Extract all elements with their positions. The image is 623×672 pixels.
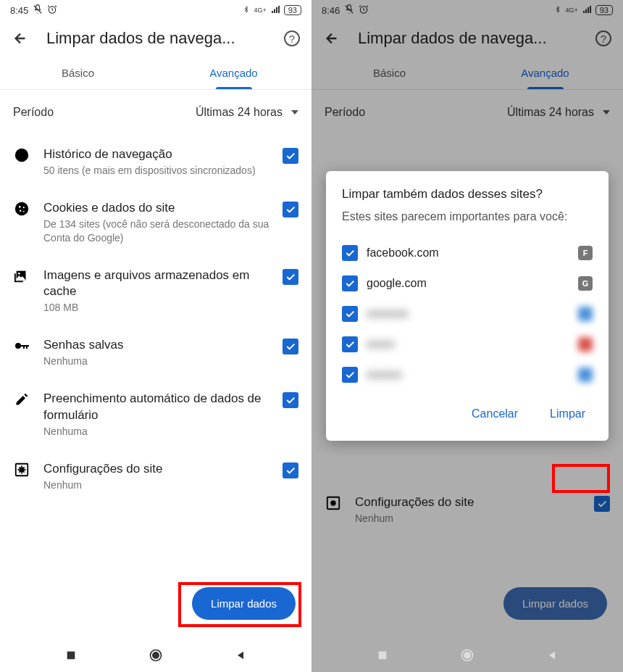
site-row[interactable]: ■■■■■ [342, 360, 593, 390]
bell-off-icon [33, 4, 43, 17]
site-row[interactable]: ■■■■■■ [342, 299, 593, 329]
item-title: Cookies e dados do site [43, 200, 269, 216]
checkbox[interactable] [283, 269, 298, 285]
item-sub: 50 itens (e mais em dispositivos sincron… [43, 164, 269, 177]
signal-icon [270, 5, 280, 16]
item-site-settings[interactable]: Configurações do site Nenhum [0, 449, 312, 503]
svg-rect-16 [379, 652, 387, 660]
nav-back[interactable] [233, 648, 248, 663]
site-name-redacted: ■■■■ [367, 338, 569, 351]
edit-icon [13, 391, 30, 408]
nav-recent[interactable] [375, 648, 390, 663]
cancel-button[interactable]: Cancelar [464, 403, 525, 425]
svg-point-5 [23, 211, 25, 212]
site-name: google.com [367, 277, 569, 290]
tab-advanced[interactable]: Avançado [156, 57, 312, 89]
confirm-button[interactable]: Limpar [543, 403, 593, 425]
right-screen: 8:46 4G+ 93 Limpar dados de navega... ? … [312, 0, 623, 672]
site-name-redacted: ■■■■■■ [367, 307, 569, 320]
period-dropdown[interactable]: Últimas 24 horas [196, 106, 298, 119]
item-title: Histórico de navegação [43, 146, 269, 162]
history-icon [13, 146, 30, 164]
status-bar: 8:45 4G+ 93 [0, 0, 312, 20]
back-button[interactable] [12, 30, 29, 47]
nav-home[interactable] [460, 648, 474, 663]
svg-point-18 [464, 652, 470, 658]
alarm-icon [47, 4, 57, 17]
bluetooth-icon [243, 4, 250, 17]
svg-point-2 [19, 206, 21, 208]
svg-rect-10 [67, 652, 75, 660]
item-sub: De 134 sites (você não será desconectado… [43, 217, 269, 244]
nav-bar [312, 639, 623, 672]
item-sub: Nenhuma [43, 354, 269, 368]
site-row[interactable]: facebook.com F [342, 238, 593, 268]
dialog-actions: Cancelar Limpar [342, 403, 593, 425]
checkbox[interactable] [342, 275, 358, 291]
tabs: Básico Avançado [0, 57, 312, 90]
period-label: Período [13, 106, 54, 119]
item-sub: Nenhum [43, 478, 269, 491]
key-icon [13, 337, 30, 354]
tab-basic[interactable]: Básico [0, 57, 156, 89]
nav-bar [0, 639, 312, 672]
checkbox[interactable] [283, 392, 298, 408]
confirm-dialog: Limpar também dados desses sites? Estes … [326, 171, 609, 441]
item-title: Senhas salvas [43, 337, 269, 353]
svg-point-1 [15, 202, 28, 215]
battery-icon: 93 [284, 5, 301, 15]
checkbox[interactable] [283, 462, 298, 478]
app-header: Limpar dados de navega... ? [0, 20, 312, 57]
item-history[interactable]: Histórico de navegação 50 itens (e mais … [0, 135, 312, 188]
left-screen: 8:45 4G+ 93 Limpar dados de navega... ? … [0, 0, 312, 672]
favicon [578, 337, 593, 352]
clear-data-button[interactable]: Limpar dados [192, 587, 296, 620]
svg-point-7 [15, 343, 21, 349]
item-sub: 108 MB [43, 301, 269, 314]
period-row: Período Últimas 24 horas [0, 90, 312, 135]
checkbox[interactable] [342, 367, 358, 383]
checkbox[interactable] [342, 245, 358, 261]
checkbox[interactable] [283, 202, 298, 217]
item-passwords[interactable]: Senhas salvas Nenhuma [0, 325, 312, 379]
cookie-icon [13, 200, 30, 217]
help-button[interactable]: ? [284, 30, 300, 46]
site-name-redacted: ■■■■■ [367, 368, 569, 381]
checkbox[interactable] [283, 339, 298, 354]
favicon: F [578, 246, 593, 260]
favicon [578, 368, 593, 382]
svg-point-4 [20, 210, 21, 212]
signal-text: 4G+ [254, 7, 266, 14]
item-sub: Nenhuma [43, 425, 269, 438]
item-autofill[interactable]: Preenchimento automático de dados de for… [0, 379, 312, 449]
status-time: 8:45 [10, 5, 28, 16]
site-row[interactable]: ■■■■ [342, 329, 593, 360]
item-cache[interactable]: Imagens e arquivos armazenados em cache … [0, 256, 312, 325]
favicon [578, 307, 593, 321]
svg-point-3 [23, 207, 25, 208]
checkbox[interactable] [342, 336, 358, 352]
chevron-down-icon [291, 110, 298, 115]
settings-box-icon [13, 461, 30, 478]
item-cookies[interactable]: Cookies e dados do site De 134 sites (vo… [0, 188, 312, 255]
site-name: facebook.com [367, 246, 569, 260]
site-row[interactable]: google.com G [342, 268, 593, 299]
item-title: Preenchimento automático de dados de for… [43, 391, 269, 423]
item-title: Imagens e arquivos armazenados em cache [43, 267, 269, 299]
dialog-title: Limpar também dados desses sites? [342, 187, 593, 202]
nav-recent[interactable] [64, 648, 78, 663]
favicon: G [578, 276, 593, 291]
item-title: Configurações do site [43, 461, 269, 477]
nav-back[interactable] [545, 648, 559, 663]
dialog-subtitle: Estes sites parecem importantes para voc… [342, 209, 593, 225]
svg-point-12 [153, 652, 159, 658]
checkbox[interactable] [283, 148, 298, 164]
checkbox[interactable] [342, 306, 358, 322]
page-title: Limpar dados de navega... [46, 29, 267, 48]
svg-point-6 [18, 273, 20, 275]
nav-home[interactable] [149, 648, 163, 663]
svg-point-9 [20, 468, 24, 472]
image-icon [13, 267, 30, 285]
